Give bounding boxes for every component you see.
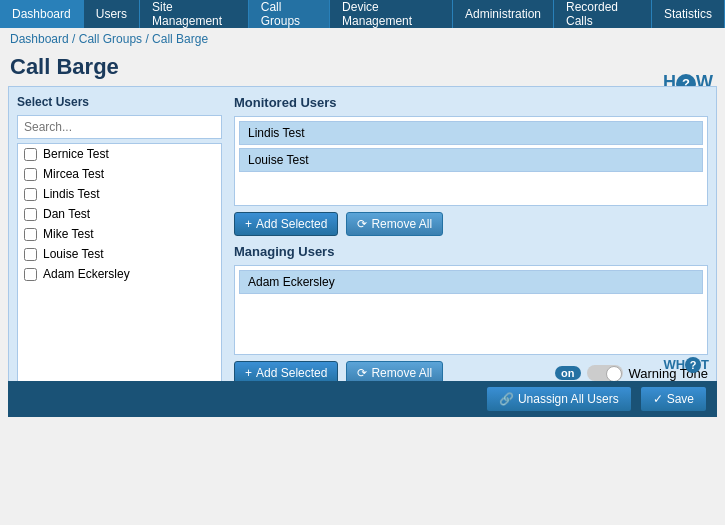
right-column: Monitored Users Lindis Test Louise Test … (234, 95, 708, 408)
monitored-user-1[interactable]: Louise Test (239, 148, 703, 172)
unassign-all-button[interactable]: 🔗 Unassign All Users (486, 386, 632, 412)
list-item[interactable]: Lindis Test (18, 184, 221, 204)
user-checkbox-5[interactable] (24, 248, 37, 261)
managing-title: Managing Users (234, 244, 708, 259)
left-column: Select Users Bernice Test Mircea Test Li… (17, 95, 222, 408)
user-checkbox-4[interactable] (24, 228, 37, 241)
refresh-icon-2: ⟳ (357, 366, 367, 380)
select-users-panel: Select Users Bernice Test Mircea Test Li… (8, 86, 717, 417)
monitored-box: Lindis Test Louise Test (234, 116, 708, 206)
what-badge-circle: ? (685, 357, 701, 373)
list-item[interactable]: Adam Eckersley (18, 264, 221, 284)
warning-tone-toggle[interactable] (587, 365, 623, 381)
user-checkbox-2[interactable] (24, 188, 37, 201)
breadcrumb-dashboard[interactable]: Dashboard (10, 32, 69, 46)
nav-tab-site-management[interactable]: Site Management (140, 0, 249, 28)
monitored-actions: + Add Selected ⟳ Remove All (234, 212, 708, 236)
managing-box: Adam Eckersley (234, 265, 708, 355)
breadcrumb-call-groups[interactable]: Call Groups (79, 32, 142, 46)
monitored-user-0[interactable]: Lindis Test (239, 121, 703, 145)
monitored-title: Monitored Users (234, 95, 708, 110)
managing-user-0[interactable]: Adam Eckersley (239, 270, 703, 294)
monitored-remove-button[interactable]: ⟳ Remove All (346, 212, 443, 236)
panel-title: Select Users (17, 95, 222, 109)
search-input[interactable] (17, 115, 222, 139)
user-checkbox-0[interactable] (24, 148, 37, 161)
user-list: Bernice Test Mircea Test Lindis Test Dan… (17, 143, 222, 408)
list-item[interactable]: Louise Test (18, 244, 221, 264)
nav-tab-users[interactable]: Users (84, 0, 140, 28)
nav-tab-device-management[interactable]: Device Management (330, 0, 453, 28)
nav-tab-administration[interactable]: Administration (453, 0, 554, 28)
main-container: Select Users Bernice Test Mircea Test Li… (8, 86, 717, 417)
plus-icon-2: + (245, 366, 252, 380)
list-item[interactable]: Dan Test (18, 204, 221, 224)
breadcrumb: Dashboard / Call Groups / Call Barge (0, 28, 725, 50)
list-item[interactable]: Mike Test (18, 224, 221, 244)
save-button[interactable]: ✓ Save (640, 386, 707, 412)
breadcrumb-current: Call Barge (152, 32, 208, 46)
nav-tab-statistics[interactable]: Statistics (652, 0, 725, 28)
user-checkbox-6[interactable] (24, 268, 37, 281)
list-item[interactable]: Bernice Test (18, 144, 221, 164)
list-item[interactable]: Mircea Test (18, 164, 221, 184)
page-title: Call Barge (0, 50, 725, 86)
toggle-on-label: on (555, 366, 580, 380)
top-nav: Dashboard Users Site Management Call Gro… (0, 0, 725, 28)
nav-tab-recorded-calls[interactable]: Recorded Calls (554, 0, 652, 28)
plus-icon: + (245, 217, 252, 231)
check-icon: ✓ (653, 392, 663, 406)
user-checkbox-3[interactable] (24, 208, 37, 221)
nav-tab-dashboard[interactable]: Dashboard (0, 0, 84, 28)
refresh-icon: ⟳ (357, 217, 367, 231)
what-badge[interactable]: WH?T (663, 357, 709, 373)
user-checkbox-1[interactable] (24, 168, 37, 181)
bottom-bar: 🔗 Unassign All Users ✓ Save (8, 381, 717, 417)
nav-tab-call-groups[interactable]: Call Groups (249, 0, 330, 28)
unlink-icon: 🔗 (499, 392, 514, 406)
monitored-add-button[interactable]: + Add Selected (234, 212, 338, 236)
